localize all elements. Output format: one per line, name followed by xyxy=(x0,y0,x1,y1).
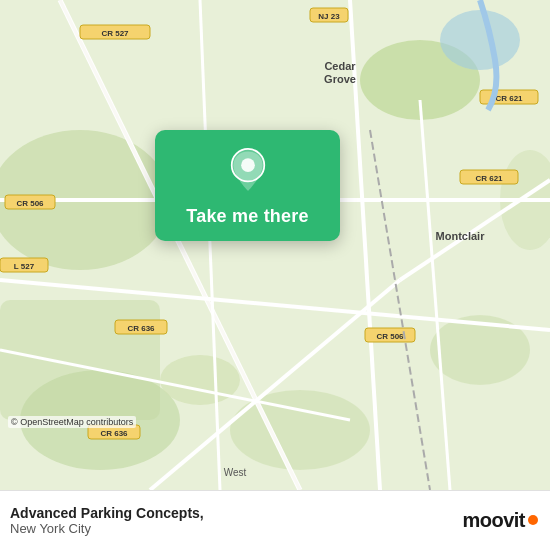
svg-text:CR 636: CR 636 xyxy=(100,429,128,438)
svg-point-3 xyxy=(440,10,520,70)
moovit-logo: moovit xyxy=(462,509,538,532)
svg-text:CR 621: CR 621 xyxy=(475,174,503,183)
svg-text:Montclair: Montclair xyxy=(436,230,486,242)
place-info: Advanced Parking Concepts, New York City xyxy=(10,505,204,536)
svg-text:CR 506: CR 506 xyxy=(376,332,404,341)
take-me-there-button[interactable]: Take me there xyxy=(155,130,340,241)
moovit-text: moovit xyxy=(462,509,525,532)
svg-text:L 527: L 527 xyxy=(14,262,35,271)
svg-text:CR 527: CR 527 xyxy=(101,29,129,38)
map-container: CR 527 NJ 23 CR 621 CR 621 CR 506 CR 506… xyxy=(0,0,550,490)
bottom-bar: Advanced Parking Concepts, New York City… xyxy=(0,490,550,550)
svg-point-6 xyxy=(230,390,370,470)
svg-text:West: West xyxy=(224,467,247,478)
place-location: New York City xyxy=(10,521,204,536)
osm-credit: © OpenStreetMap contributors xyxy=(8,416,136,428)
svg-point-7 xyxy=(160,355,240,405)
location-pin-icon xyxy=(224,148,272,196)
svg-text:CR 621: CR 621 xyxy=(495,94,523,103)
svg-text:NJ 23: NJ 23 xyxy=(318,12,340,21)
take-me-there-label: Take me there xyxy=(186,206,308,227)
svg-text:Grove: Grove xyxy=(324,73,356,85)
moovit-dot xyxy=(528,515,538,525)
svg-text:CR 506: CR 506 xyxy=(16,199,44,208)
svg-text:Cedar: Cedar xyxy=(324,60,356,72)
svg-text:CR 636: CR 636 xyxy=(127,324,155,333)
place-name: Advanced Parking Concepts, xyxy=(10,505,204,521)
